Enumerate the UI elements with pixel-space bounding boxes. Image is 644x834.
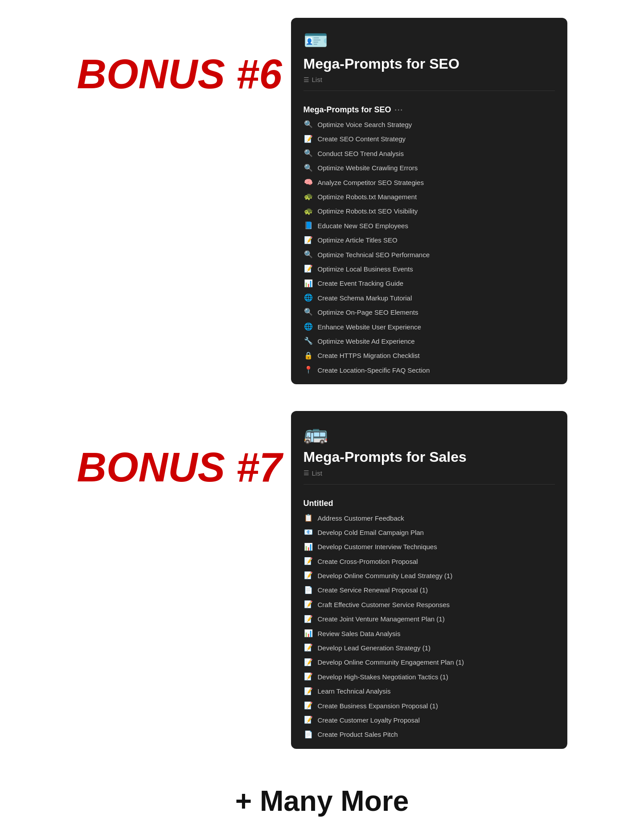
item-text: Create Business Expansion Proposal (1) [318, 701, 438, 711]
item-emoji: 🔍 [304, 307, 313, 317]
item-text: Develop High-Stakes Negotiation Tactics … [318, 672, 448, 682]
item-text: Develop Lead Generation Strategy (1) [318, 643, 431, 653]
item-text: Learn Technical Analysis [318, 686, 391, 696]
item-emoji: 📍 [304, 365, 313, 375]
bonus6-divider [304, 90, 555, 91]
bonus7-content: Untitled 📋Address Customer Feedback📧Deve… [291, 490, 567, 749]
list-item: 🧠Analyze Competitor SEO Strategies [291, 175, 567, 189]
item-emoji: 📝 [304, 134, 313, 144]
list-item: 📄Create Product Sales Pitch [291, 727, 567, 742]
item-emoji: 📄 [304, 730, 313, 740]
list-item: 📊Review Sales Data Analysis [291, 626, 567, 641]
item-emoji: 🔍 [304, 148, 313, 158]
item-emoji: 📝 [304, 600, 313, 609]
item-emoji: 📝 [304, 643, 313, 653]
bonus6-subtitle-text: List [312, 76, 322, 83]
item-text: Develop Customer Interview Techniques [318, 542, 437, 551]
bonus6-window: 🪪 Mega-Prompts for SEO ☰ List Mega-Promp… [291, 18, 567, 384]
item-emoji: 📝 [304, 264, 313, 274]
list-item: 🔧Optimize Website Ad Experience [291, 334, 567, 348]
bonus6-section-heading: Mega-Prompts for SEO ··· [291, 102, 567, 117]
item-text: Optimize Article Titles SEO [318, 235, 398, 245]
list-item: 🔍Optimize Technical SEO Performance [291, 247, 567, 262]
item-emoji: 📝 [304, 614, 313, 624]
bonus7-subtitle-text: List [312, 469, 322, 477]
item-emoji: 📝 [304, 715, 313, 725]
item-text: Educate New SEO Employees [318, 221, 408, 230]
item-text: Develop Cold Email Campaign Plan [318, 528, 424, 537]
item-text: Conduct SEO Trend Analysis [318, 149, 404, 158]
item-text: Optimize Robots.txt SEO Visibility [318, 206, 418, 216]
bonus7-subtitle: ☰ List [304, 469, 555, 477]
list-item: 🔍Optimize On-Page SEO Elements [291, 305, 567, 319]
list-item: 📊Create Event Tracking Guide [291, 276, 567, 291]
list-item: 🌐Enhance Website User Experience [291, 320, 567, 334]
list-item: 🔒Create HTTPS Migration Checklist [291, 349, 567, 363]
list-item: 📝Learn Technical Analysis [291, 684, 567, 698]
bonus7-divider [304, 484, 555, 485]
item-emoji: 📝 [304, 235, 313, 245]
list-icon-2: ☰ [304, 469, 309, 477]
bonus6-title: Mega-Prompts for SEO [304, 55, 555, 72]
list-item: 📝Develop Online Community Engagement Pla… [291, 655, 567, 670]
item-text: Create Cross-Promotion Proposal [318, 557, 418, 566]
bonus6-icon: 🪪 [304, 30, 555, 50]
bonus7-section-name: Untitled [304, 499, 333, 508]
list-item: 📝Craft Effective Customer Service Respon… [291, 597, 567, 612]
item-text: Create Service Renewal Proposal (1) [318, 585, 428, 595]
item-emoji: 📘 [304, 221, 313, 230]
item-emoji: 📧 [304, 527, 313, 537]
bonus6-header: 🪪 Mega-Prompts for SEO ☰ List [291, 18, 567, 96]
item-text: Create Event Tracking Guide [318, 279, 404, 288]
list-item: 🐢Optimize Robots.txt Management [291, 189, 567, 204]
item-emoji: 🐢 [304, 192, 313, 201]
bonus6-content: Mega-Prompts for SEO ··· 🔍Optimize Voice… [291, 96, 567, 384]
bonus7-window: 🚌 Mega-Prompts for Sales ☰ List Untitled… [291, 411, 567, 749]
item-text: Craft Effective Customer Service Respons… [318, 600, 450, 609]
list-item: 📝Create Joint Venture Management Plan (1… [291, 612, 567, 626]
bonus6-subtitle: ☰ List [304, 76, 555, 83]
item-text: Create HTTPS Migration Checklist [318, 351, 420, 360]
list-item: 🔍Optimize Voice Search Strategy [291, 117, 567, 131]
item-emoji: 📋 [304, 513, 313, 523]
item-text: Analyze Competitor SEO Strategies [318, 178, 424, 187]
item-emoji: 📝 [304, 701, 313, 711]
item-text: Optimize Technical SEO Performance [318, 250, 430, 259]
item-emoji: 🔍 [304, 163, 313, 173]
item-text: Create Schema Markup Tutorial [318, 293, 412, 303]
item-emoji: 🔧 [304, 336, 313, 346]
item-emoji: 🐢 [304, 206, 313, 216]
list-item: 📝Create SEO Content Strategy [291, 132, 567, 146]
list-item: 📝Optimize Local Business Events [291, 262, 567, 276]
list-item: 📝Create Customer Loyalty Proposal [291, 713, 567, 727]
bonus7-icon: 🚌 [304, 423, 555, 443]
list-item: 📝Develop Online Community Lead Strategy … [291, 568, 567, 583]
item-text: Develop Online Community Lead Strategy (… [318, 571, 453, 580]
item-text: Optimize Robots.txt Management [318, 192, 417, 201]
item-emoji: 📝 [304, 556, 313, 566]
list-item: 📄Create Service Renewal Proposal (1) [291, 583, 567, 597]
item-text: Enhance Website User Experience [318, 322, 421, 332]
bonus7-header: 🚌 Mega-Prompts for Sales ☰ List [291, 411, 567, 489]
list-item: 🔍Conduct SEO Trend Analysis [291, 146, 567, 160]
bonus6-section-name: Mega-Prompts for SEO [304, 105, 391, 115]
list-icon: ☰ [304, 76, 309, 83]
item-text: Create Location-Specific FAQ Section [318, 366, 430, 375]
item-emoji: 📊 [304, 542, 313, 552]
list-item: 📝Develop Lead Generation Strategy (1) [291, 641, 567, 655]
list-item: 📊Develop Customer Interview Techniques [291, 540, 567, 554]
bonus6-label: BONUS #6 [77, 18, 264, 94]
item-emoji: 📝 [304, 672, 313, 682]
list-item: 📍Create Location-Specific FAQ Section [291, 363, 567, 377]
list-item: 📝Create Business Expansion Proposal (1) [291, 698, 567, 713]
list-item: 🌐Create Schema Markup Tutorial [291, 291, 567, 305]
item-emoji: 🌐 [304, 322, 313, 332]
item-text: Optimize Website Ad Experience [318, 337, 415, 346]
item-text: Optimize Voice Search Strategy [318, 120, 412, 129]
list-item: 📝Optimize Article Titles SEO [291, 233, 567, 247]
item-emoji: 🧠 [304, 177, 313, 187]
item-emoji: 📊 [304, 279, 313, 288]
bonus6-list: 🔍Optimize Voice Search Strategy📝Create S… [291, 117, 567, 377]
item-emoji: 📄 [304, 585, 313, 595]
item-emoji: 🔍 [304, 119, 313, 129]
